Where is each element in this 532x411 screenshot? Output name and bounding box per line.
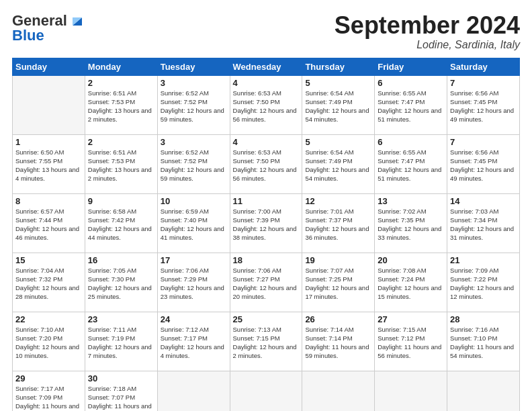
sunrise: Sunrise: 6:56 AM [450,89,498,97]
day-info: Sunrise: 6:58 AM Sunset: 7:42 PM Dayligh… [88,207,154,242]
calendar-cell: 11 Sunrise: 7:00 AM Sunset: 7:39 PM Dayl… [230,193,302,253]
calendar-cell: 6 Sunrise: 6:55 AM Sunset: 7:47 PM Dayli… [375,134,447,193]
header-sunday: Sunday [13,58,85,75]
daylight: Daylight: 12 hours and 12 minutes. [450,284,514,300]
day-info: Sunrise: 6:51 AM Sunset: 7:53 PM Dayligh… [88,89,154,124]
daylight: Daylight: 13 hours and 2 minutes. [88,166,152,182]
day-number: 2 [88,137,154,147]
day-number: 21 [450,255,517,265]
day-info: Sunrise: 7:14 AM Sunset: 7:14 PM Dayligh… [305,325,371,361]
sunrise: Sunrise: 7:06 AM [233,267,281,274]
day-info: Sunrise: 6:51 AM Sunset: 7:53 PM Dayligh… [88,148,154,183]
day-info: Sunrise: 7:17 AM Sunset: 7:09 PM Dayligh… [15,384,82,411]
header-friday: Friday [375,58,447,75]
calendar-cell [230,371,302,411]
calendar-cell: 22 Sunrise: 7:10 AM Sunset: 7:20 PM Dayl… [13,312,85,371]
day-info: Sunrise: 7:13 AM Sunset: 7:15 PM Dayligh… [233,325,300,361]
sunset: Sunset: 7:35 PM [378,216,425,224]
title-area: September 2024 Lodine, Sardinia, Italy [335,12,520,51]
sunrise: Sunrise: 7:03 AM [450,208,498,215]
sunrise: Sunrise: 7:00 AM [233,208,281,215]
daylight: Daylight: 13 hours and 2 minutes. [88,107,152,123]
day-info: Sunrise: 7:15 AM Sunset: 7:12 PM Dayligh… [378,325,444,361]
daylight: Daylight: 12 hours and 59 minutes. [161,166,224,182]
day-number: 24 [161,314,227,324]
sunset: Sunset: 7:10 PM [450,334,497,342]
calendar-cell [157,371,230,411]
day-info: Sunrise: 7:12 AM Sunset: 7:17 PM Dayligh… [161,325,227,361]
sunrise: Sunrise: 7:05 AM [88,267,136,274]
sunrise: Sunrise: 7:06 AM [161,267,209,274]
daylight: Daylight: 12 hours and 25 minutes. [88,284,152,300]
day-number: 10 [161,196,227,206]
sunset: Sunset: 7:34 PM [450,216,497,224]
calendar-week-2: 8 Sunrise: 6:57 AM Sunset: 7:44 PM Dayli… [13,193,520,253]
sunset: Sunset: 7:53 PM [88,98,135,105]
calendar-cell: 10 Sunrise: 6:59 AM Sunset: 7:40 PM Dayl… [157,193,230,253]
calendar-week-4: 22 Sunrise: 7:10 AM Sunset: 7:20 PM Dayl… [13,312,520,371]
daylight: Daylight: 12 hours and 4 minutes. [161,343,224,359]
day-info: Sunrise: 7:01 AM Sunset: 7:37 PM Dayligh… [305,207,371,242]
sunrise: Sunrise: 7:07 AM [305,267,353,274]
sunset: Sunset: 7:39 PM [233,216,280,224]
day-info: Sunrise: 7:11 AM Sunset: 7:19 PM Dayligh… [88,325,154,361]
daylight: Daylight: 11 hours and 56 minutes. [378,343,441,359]
logo-icon [70,13,85,28]
sunset: Sunset: 7:47 PM [378,98,425,105]
sunrise: Sunrise: 6:58 AM [88,208,136,215]
sunrise: Sunrise: 7:02 AM [378,208,426,215]
day-number: 6 [378,78,444,88]
header-saturday: Saturday [447,58,520,75]
header-monday: Monday [85,58,157,75]
location: Lodine, Sardinia, Italy [335,39,520,51]
daylight: Daylight: 12 hours and 49 minutes. [450,166,514,182]
sunrise: Sunrise: 7:04 AM [15,267,64,274]
day-info: Sunrise: 6:53 AM Sunset: 7:50 PM Dayligh… [233,148,300,183]
calendar-week-1: 1 Sunrise: 6:50 AM Sunset: 7:55 PM Dayli… [13,134,520,193]
day-number: 18 [233,255,300,265]
sunrise: Sunrise: 6:50 AM [15,148,64,156]
day-info: Sunrise: 7:04 AM Sunset: 7:32 PM Dayligh… [15,266,82,302]
sunrise: Sunrise: 7:12 AM [161,326,209,333]
calendar-header-row: Sunday Monday Tuesday Wednesday Thursday… [13,58,520,75]
sunrise: Sunrise: 6:54 AM [305,89,353,97]
sunset: Sunset: 7:53 PM [88,157,135,165]
calendar-table: Sunday Monday Tuesday Wednesday Thursday… [12,58,520,411]
day-info: Sunrise: 6:59 AM Sunset: 7:40 PM Dayligh… [161,207,227,242]
sunrise: Sunrise: 7:09 AM [450,267,498,274]
day-info: Sunrise: 6:56 AM Sunset: 7:45 PM Dayligh… [450,148,517,183]
sunset: Sunset: 7:49 PM [305,98,352,105]
calendar-cell: 3 Sunrise: 6:52 AM Sunset: 7:52 PM Dayli… [157,75,230,134]
day-info: Sunrise: 7:09 AM Sunset: 7:22 PM Dayligh… [450,266,517,302]
day-info: Sunrise: 7:16 AM Sunset: 7:10 PM Dayligh… [450,325,517,361]
sunrise: Sunrise: 7:10 AM [15,326,64,333]
sunset: Sunset: 7:52 PM [161,157,208,165]
sunrise: Sunrise: 6:53 AM [233,89,281,97]
logo-blue-text: Blue [12,27,44,44]
day-number: 28 [450,314,517,324]
day-info: Sunrise: 6:52 AM Sunset: 7:52 PM Dayligh… [161,148,227,183]
calendar-cell: 18 Sunrise: 7:06 AM Sunset: 7:27 PM Dayl… [230,253,302,312]
header-tuesday: Tuesday [157,58,230,75]
sunrise: Sunrise: 7:17 AM [15,385,64,392]
calendar-cell: 26 Sunrise: 7:14 AM Sunset: 7:14 PM Dayl… [302,312,375,371]
day-number: 26 [305,314,371,324]
sunset: Sunset: 7:52 PM [161,98,208,105]
calendar-cell: 15 Sunrise: 7:04 AM Sunset: 7:32 PM Dayl… [13,253,85,312]
day-number: 20 [378,255,444,265]
day-number: 3 [161,137,227,147]
day-number: 1 [15,137,82,147]
day-info: Sunrise: 7:03 AM Sunset: 7:34 PM Dayligh… [450,207,517,242]
day-number: 2 [88,78,154,88]
sunrise: Sunrise: 6:57 AM [15,208,64,215]
day-info: Sunrise: 7:05 AM Sunset: 7:30 PM Dayligh… [88,266,154,302]
day-info: Sunrise: 7:06 AM Sunset: 7:27 PM Dayligh… [233,266,300,302]
daylight: Daylight: 12 hours and 33 minutes. [378,225,441,241]
day-number: 5 [305,78,371,88]
sunset: Sunset: 7:09 PM [15,394,62,401]
calendar-cell [447,371,520,411]
day-number: 23 [88,314,154,324]
day-number: 22 [15,314,82,324]
calendar-cell: 20 Sunrise: 7:08 AM Sunset: 7:24 PM Dayl… [375,253,447,312]
day-info: Sunrise: 7:18 AM Sunset: 7:07 PM Dayligh… [88,384,154,411]
